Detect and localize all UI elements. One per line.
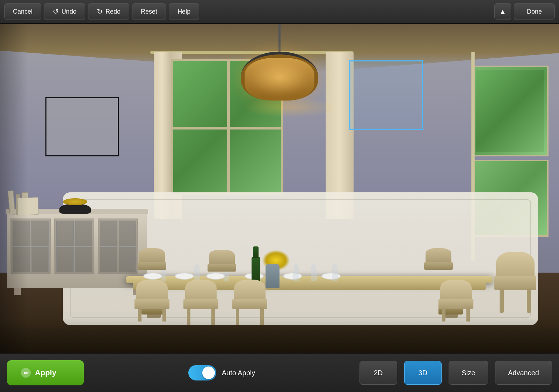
chair-back-left — [136, 248, 168, 276]
view-2d-button[interactable]: 2D — [360, 361, 397, 385]
redo-button[interactable]: ↻ Redo — [88, 3, 129, 20]
chandelier-body — [241, 52, 318, 101]
fruit-bowl — [59, 204, 91, 214]
chair-front-right — [437, 280, 475, 321]
chevron-up-icon: ▲ — [499, 8, 506, 16]
window-top-right-view — [476, 70, 544, 152]
sideboard-panel-3 — [98, 219, 138, 274]
chair-front-left — [133, 280, 171, 321]
auto-apply-toggle[interactable] — [188, 365, 216, 380]
advanced-button[interactable]: Advanced — [495, 361, 552, 385]
selection-rectangle[interactable] — [349, 60, 423, 130]
cancel-button[interactable]: Cancel — [4, 3, 41, 20]
plate-2 — [175, 273, 194, 280]
chair-front-center-right — [231, 280, 269, 325]
help-label: Help — [177, 8, 190, 15]
done-button[interactable]: Done — [514, 3, 555, 20]
size-button[interactable]: Size — [449, 361, 488, 385]
redo-icon: ↻ — [97, 7, 103, 16]
view-3d-label: 3D — [419, 369, 428, 377]
glass-5 — [311, 264, 317, 281]
top-toolbar: Cancel ↺ Undo ↻ Redo Reset Help ▲ Done — [0, 0, 559, 24]
chair-far-right — [493, 252, 538, 321]
help-button[interactable]: Help — [169, 3, 199, 20]
cancel-label: Cancel — [13, 8, 32, 15]
paint-brush-icon: ✏ — [24, 370, 28, 376]
bottom-toolbar: ✏ Apply Auto Apply 2D 3D Size Advanced — [0, 353, 559, 392]
view-3d-button[interactable]: 3D — [404, 361, 442, 385]
advanced-label: Advanced — [508, 369, 539, 377]
wall-art-frame[interactable] — [45, 97, 119, 156]
auto-apply-label: Auto Apply — [222, 369, 255, 377]
sideboard-panel-2 — [54, 219, 94, 274]
plate-6 — [321, 273, 341, 280]
view-2d-label: 2D — [374, 369, 383, 377]
toggle-knob — [202, 367, 215, 379]
apply-icon: ✏ — [21, 368, 31, 378]
chandelier — [241, 24, 318, 118]
open-book — [17, 197, 39, 215]
reset-button[interactable]: Reset — [132, 3, 166, 20]
sideboard-panel-1 — [10, 219, 51, 274]
chair-back-center — [206, 250, 238, 278]
collapse-button[interactable]: ▲ — [494, 3, 511, 20]
done-label: Done — [527, 8, 542, 15]
book-1 — [8, 190, 15, 215]
redo-label: Redo — [106, 8, 121, 15]
chandelier-chain — [278, 24, 281, 52]
plate-5 — [283, 273, 302, 280]
window-top-right — [472, 66, 549, 156]
glass-4 — [293, 264, 299, 281]
auto-apply-group: Auto Apply — [188, 365, 255, 380]
window-divider-v — [227, 61, 230, 193]
size-label: Size — [462, 369, 475, 377]
room-background — [0, 24, 559, 353]
apply-button[interactable]: ✏ Apply — [7, 360, 84, 385]
glass-6 — [332, 264, 337, 281]
undo-icon: ↺ — [53, 7, 59, 16]
chair-back-right — [423, 248, 454, 276]
glass-2 — [194, 264, 199, 281]
undo-button[interactable]: ↺ Undo — [44, 3, 85, 20]
apply-label: Apply — [35, 368, 56, 377]
wine-bottle-neck — [253, 246, 259, 258]
chair-front-center-left — [182, 280, 220, 325]
reset-label: Reset — [141, 8, 157, 15]
sideboard-leg-1 — [14, 288, 21, 295]
sideboard — [7, 212, 147, 288]
room-scene[interactable] — [0, 24, 559, 353]
undo-label: Undo — [61, 8, 77, 15]
